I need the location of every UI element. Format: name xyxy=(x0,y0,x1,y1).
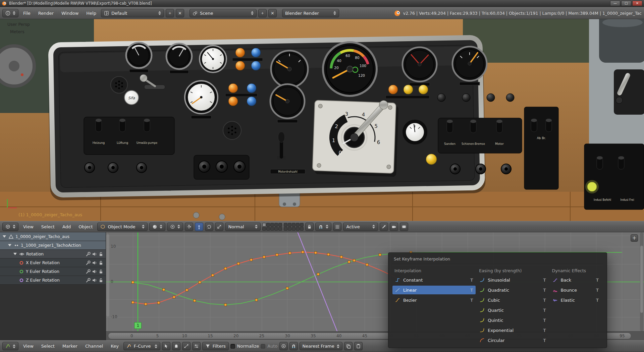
screen-layout-selector[interactable]: Default xyxy=(101,9,164,17)
layers-widget[interactable] xyxy=(262,223,304,231)
keyframe[interactable] xyxy=(224,304,227,306)
menu-marker[interactable]: Marker xyxy=(59,343,80,350)
popup-item-constant[interactable]: ConstantT xyxy=(392,276,476,284)
menu-add[interactable]: Add xyxy=(59,223,74,230)
modifier-wrench-icon[interactable] xyxy=(86,278,91,283)
current-frame-line[interactable] xyxy=(138,232,138,331)
delete-layout-button[interactable]: ✕ xyxy=(176,9,184,17)
menu-select-3d[interactable]: Select xyxy=(38,223,58,230)
transform-orientation-selector[interactable]: Normal xyxy=(225,223,261,231)
add-layout-button[interactable]: ＋ xyxy=(166,9,174,17)
opengl-render-anim-button[interactable] xyxy=(400,223,408,231)
proportional-edit-button[interactable] xyxy=(279,342,288,350)
menu-channel[interactable]: Channel xyxy=(82,343,106,350)
keyframe[interactable] xyxy=(348,261,350,263)
select-cursor-button[interactable] xyxy=(162,342,170,350)
editor-type-selector-3d[interactable] xyxy=(2,223,18,231)
close-button[interactable]: ✕ xyxy=(632,1,642,6)
modifier-wrench-icon[interactable] xyxy=(86,260,91,266)
auto-normalize-checkbox[interactable]: Auto xyxy=(261,344,277,349)
keyframe[interactable] xyxy=(317,273,319,275)
keyframe[interactable] xyxy=(263,256,265,258)
popup-item-quadratic[interactable]: QuadraticT xyxy=(477,286,548,294)
menu-help[interactable]: Help xyxy=(83,10,99,17)
current-frame-badge[interactable]: 1 xyxy=(134,322,142,329)
channel-row-z-euler-rotation[interactable]: Z Euler Rotation xyxy=(0,276,106,285)
auto-box[interactable] xyxy=(261,344,265,349)
expand-icon[interactable] xyxy=(3,235,6,238)
keyframe[interactable] xyxy=(302,251,304,253)
keyframe[interactable] xyxy=(237,262,239,265)
popup-item-sinusoidal[interactable]: SinusoidalT xyxy=(477,276,548,284)
channel-row-x-euler-rotation[interactable]: X Euler Rotation xyxy=(0,258,106,267)
editor-type-selector-info[interactable] xyxy=(2,9,18,17)
popup-item-back[interactable]: BackT xyxy=(550,276,602,284)
keyframe[interactable] xyxy=(366,263,368,266)
opengl-render-image-button[interactable] xyxy=(390,223,398,231)
viewport-3d[interactable]: 20 40 60 80 100 120 xyxy=(0,19,644,221)
snap-selector[interactable] xyxy=(315,223,331,231)
channel-scrollbar[interactable] xyxy=(106,234,109,316)
add-scene-button[interactable]: ＋ xyxy=(258,9,267,17)
keyframe[interactable] xyxy=(163,289,165,291)
copy-keyframes-button[interactable] xyxy=(344,342,353,350)
manipulator-toggle-button[interactable] xyxy=(185,223,193,231)
graph-mode-selector[interactable]: F-Curve xyxy=(123,342,160,350)
filters-button[interactable]: Filters xyxy=(202,342,229,350)
keyframe[interactable] xyxy=(211,274,214,277)
mute-speaker-icon[interactable] xyxy=(92,278,97,283)
modifier-wrench-icon[interactable] xyxy=(86,269,91,274)
lock-channel-icon[interactable] xyxy=(98,260,104,266)
keyframe[interactable] xyxy=(314,251,317,254)
popup-item-bezier[interactable]: BezierT xyxy=(392,296,476,304)
minimize-button[interactable]: — xyxy=(610,1,620,6)
keyframe[interactable] xyxy=(132,281,134,284)
show-sliders-button[interactable] xyxy=(192,342,201,350)
keyframe[interactable] xyxy=(276,254,278,256)
modifier-wrench-icon[interactable] xyxy=(86,251,91,257)
keyframe[interactable] xyxy=(145,303,147,305)
lock-channel-icon[interactable] xyxy=(98,278,104,283)
menu-window[interactable]: Window xyxy=(58,10,82,17)
keyframe[interactable] xyxy=(194,299,196,302)
keyframe[interactable] xyxy=(173,296,175,298)
menu-object[interactable]: Object xyxy=(75,223,96,230)
delete-scene-button[interactable]: ✕ xyxy=(268,9,277,17)
keyframe[interactable] xyxy=(289,252,291,254)
menu-render[interactable]: Render xyxy=(35,10,57,17)
translate-manipulator-button[interactable] xyxy=(195,223,203,231)
paste-keyframes-button[interactable] xyxy=(354,342,363,350)
keyframe[interactable] xyxy=(379,254,381,256)
popup-item-linear[interactable]: LinearT xyxy=(392,286,476,294)
popup-item-circular[interactable]: CircularT xyxy=(477,336,548,345)
keyframe[interactable] xyxy=(186,289,188,291)
keyframe[interactable] xyxy=(340,256,342,258)
popup-item-quintic[interactable]: QuinticT xyxy=(477,316,548,325)
snap-element-button[interactable] xyxy=(333,223,341,231)
lock-channel-icon[interactable] xyxy=(98,251,104,257)
expand-icon[interactable] xyxy=(8,244,11,246)
pivot-point-selector[interactable] xyxy=(167,223,183,231)
keyframe[interactable] xyxy=(132,301,134,303)
mute-speaker-icon[interactable] xyxy=(92,251,97,257)
menu-view-3d[interactable]: View xyxy=(20,223,37,230)
rotate-manipulator-button[interactable] xyxy=(205,223,213,231)
render-engine-selector[interactable]: Blender Render xyxy=(282,9,339,17)
popup-item-bounce[interactable]: BounceT xyxy=(550,286,602,294)
maximize-button[interactable]: ▢ xyxy=(621,1,631,6)
lock-channel-icon[interactable] xyxy=(98,269,104,274)
keyframe[interactable] xyxy=(353,259,356,262)
channel-row-y-euler-rotation[interactable]: Y Euler Rotation xyxy=(0,267,106,276)
ghost-curves-button[interactable] xyxy=(172,342,180,350)
keyframe[interactable] xyxy=(157,301,160,304)
channel-row-rotation[interactable]: Rotation xyxy=(0,250,106,258)
channel-row-1-1000-zeiger1-tachoaction[interactable]: 1_1000_zeiger1_TachoAction xyxy=(0,241,106,250)
active-render-slot-selector[interactable]: Active xyxy=(343,223,378,231)
keyframe[interactable] xyxy=(327,253,330,256)
keyframe[interactable] xyxy=(255,299,258,301)
fcurve-x-euler[interactable] xyxy=(133,252,431,304)
menu-select-graph[interactable]: Select xyxy=(38,343,58,350)
popup-item-exponential[interactable]: ExponentialT xyxy=(477,326,548,335)
viewport-shading-selector[interactable] xyxy=(149,223,165,231)
keyframe[interactable] xyxy=(250,258,253,261)
